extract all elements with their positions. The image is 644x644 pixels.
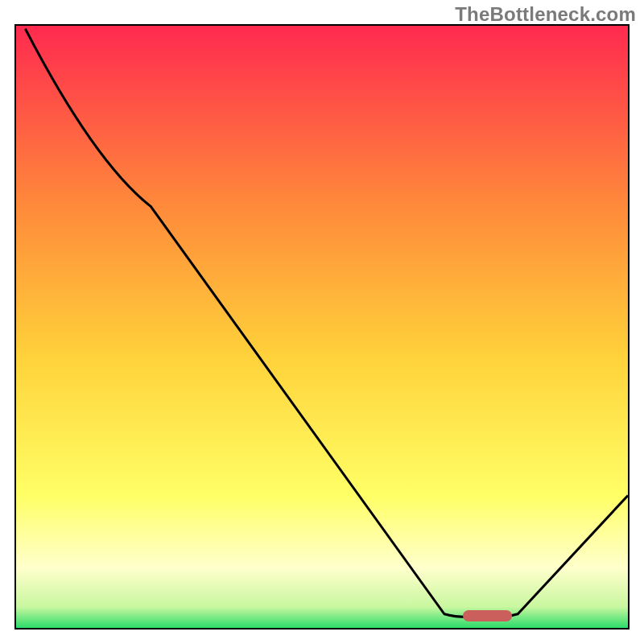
bottleneck-curve bbox=[25, 29, 628, 617]
chart-stage: TheBottleneck.com bbox=[0, 0, 644, 644]
curve-layer bbox=[16, 26, 628, 628]
watermark-text: TheBottleneck.com bbox=[455, 3, 636, 26]
plot-area bbox=[14, 24, 630, 630]
optimal-marker bbox=[463, 610, 512, 621]
